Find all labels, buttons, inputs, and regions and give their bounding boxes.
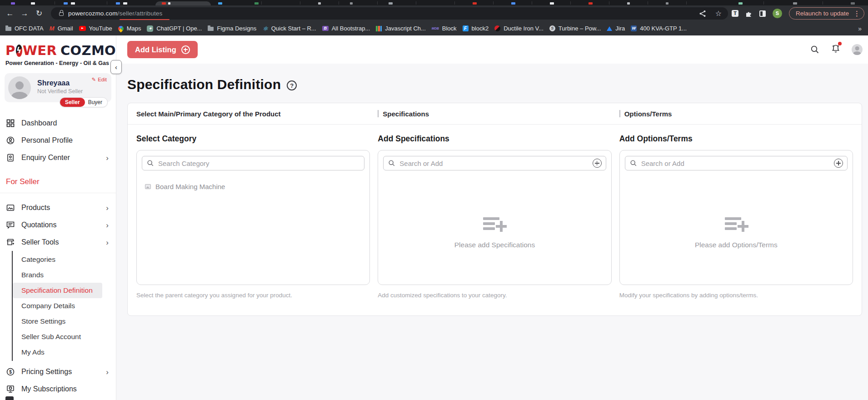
step-specifications: Specifications [378,110,611,118]
sidebar-item-my-subscriptions[interactable]: My Subscriptions [0,380,116,398]
add-option-button[interactable] [834,159,843,168]
user-name: Shreyaaa [37,79,70,87]
playlist-add-icon [723,217,749,234]
reload-icon[interactable]: ↻ [32,5,46,21]
category-caption: Select the parent category you assigned … [136,292,370,299]
step-options-terms: Options/Terms [619,110,853,118]
relaunch-to-update-button[interactable]: Relaunch to update ⋮ [789,7,864,20]
add-specification-button[interactable] [593,159,602,168]
sidebar-item-company-details[interactable]: Company Details [13,298,102,314]
folder-icon [5,27,11,31]
user-avatar [8,76,31,99]
lock-icon[interactable] [59,12,64,16]
category-tree-item[interactable]: Board Making Machine [142,183,364,190]
sidebar-collapse-button[interactable]: ‹ [110,60,122,74]
column-title: Add Specifications [378,134,611,144]
extensions-puzzle-icon[interactable] [745,10,753,17]
app-logo[interactable]: PϟWERCOZMO Power Generation - Energy - O… [0,35,116,66]
sidebar-item-enquiry-center[interactable]: Enquiry Center › [0,149,116,166]
tab-favicon [168,2,170,5]
chevron-right-icon: › [106,368,109,376]
browser-toolbar: ← → ↻ powercozmo.com/seller/attributes ☆… [0,5,868,21]
forward-icon[interactable]: → [17,5,32,21]
folder-icon [208,27,214,31]
bookmark-item[interactable]: Jira [607,25,625,32]
tab-favicon [218,2,222,5]
sidebar-item-label: Quotations [21,221,56,229]
sidebar-item-seller-sub-account[interactable]: Seller Sub Account [13,329,102,345]
bookmark-item[interactable]: ✦ChatGPT | Ope... [147,25,202,32]
notifications-button[interactable] [831,44,841,55]
edit-profile-link[interactable]: ✎Edit [92,76,107,83]
browser-menu-kebab-icon[interactable]: ⋮ [853,10,860,18]
sidebar-item-products[interactable]: Products › [0,199,116,216]
browser-tab-strip[interactable] [0,0,868,5]
specifications-panel: Please add Specifications [378,150,611,285]
sidebar-item-dashboard[interactable]: Dashboard [0,115,116,132]
logo-text-wer: WER [23,43,57,58]
sidebar-item-brands[interactable]: Brands [13,267,102,283]
logo-power-o-icon: ϟ [16,45,22,57]
sidebar-item-specification-definition[interactable]: Specification Definition [13,283,102,298]
logo-text-p: P [5,43,15,58]
bookmark-item[interactable]: Javascript Ch... [376,25,426,32]
sidebar-item-store-settings[interactable]: Store Settings [13,314,102,329]
bookmark-item[interactable]: Figma Designs [208,25,256,32]
bookmark-item[interactable]: BAll Bootstrap... [322,25,370,32]
bookmark-item[interactable]: Fblock2 [463,25,489,32]
seller-role-badge[interactable]: Seller [60,98,85,107]
playlist-add-icon [481,217,508,234]
bookmark-item[interactable]: ⚛Quick Start – R... [262,25,316,32]
bookmarks-overflow-chevron[interactable]: » [858,25,862,32]
pricing-dollar-icon: $ [6,367,15,376]
main-area: ‹ Add Listing [116,35,868,400]
for-seller-heading: For Seller [0,166,116,193]
sidebar-item-label: Enquiry Center [21,154,70,162]
bookmark-item[interactable]: W400 KVA-GTP 1... [631,25,687,32]
extension-t-icon[interactable]: T [732,10,738,17]
options-search-input[interactable] [641,160,830,167]
sidebar-item-label: Personal Profile [21,136,73,145]
url-text[interactable]: powercozmo.com/seller/attributes [68,10,163,17]
sidebar-item-label: My Subscriptions [21,385,77,393]
browser-profile-avatar[interactable]: S [773,9,782,18]
add-listing-button[interactable]: Add Listing [127,41,198,58]
ductile-icon [494,25,500,31]
chevron-right-icon: › [106,239,109,246]
address-bar[interactable]: powercozmo.com/seller/attributes ☆ [51,7,728,20]
bookmark-item[interactable]: Maps [118,25,141,32]
share-icon[interactable] [699,10,706,17]
specifications-search-input[interactable] [399,160,588,167]
bookmark-star-icon[interactable]: ☆ [715,10,722,17]
bookmark-item[interactable]: Ductile Iron V... [494,25,544,32]
specifications-empty-state: Please add Specifications [378,217,611,249]
help-icon[interactable]: ? [287,80,297,90]
buyer-role-badge[interactable]: Buyer [85,98,107,107]
sidebar-item-pricing-settings[interactable]: $ Pricing Settings › [0,363,116,380]
header-user-avatar[interactable] [852,44,863,55]
bookmark-item[interactable]: YouTube [79,25,112,32]
edit-pencil-icon: ✎ [92,76,96,83]
bookmark-item[interactable]: MDBBlock [432,25,457,32]
user-card: Shreyaaa Not Verified Seller ✎Edit Selle… [5,73,111,102]
search-icon[interactable] [810,45,820,55]
sidebar-item-categories[interactable]: Categories [13,252,102,267]
sidebar-partial-item [5,396,14,400]
sidebar-item-seller-tools[interactable]: Seller Tools › [0,234,116,251]
category-panel: Board Making Machine [136,150,370,285]
split-view-icon[interactable] [759,10,766,17]
sidebar-item-my-ads[interactable]: My Ads [13,345,102,360]
bookmark-item[interactable]: OFC DATA [5,25,44,32]
sidebar-item-personal-profile[interactable]: Personal Profile [0,132,116,149]
bookmark-item[interactable]: STurbine – Pow... [549,25,601,32]
options-empty-state: Please add Options/Terms [620,217,853,249]
category-search-input[interactable] [158,160,360,167]
tab-favicon [738,2,743,5]
sidebar-item-quotations[interactable]: Quotations › [0,216,116,234]
bookmark-item[interactable]: MGmail [50,25,73,32]
tab-favicon [550,2,554,5]
back-icon[interactable]: ← [3,5,17,21]
tab-favicon [162,2,166,5]
image-placeholder-icon [145,184,151,189]
tab-favicon [851,2,855,5]
